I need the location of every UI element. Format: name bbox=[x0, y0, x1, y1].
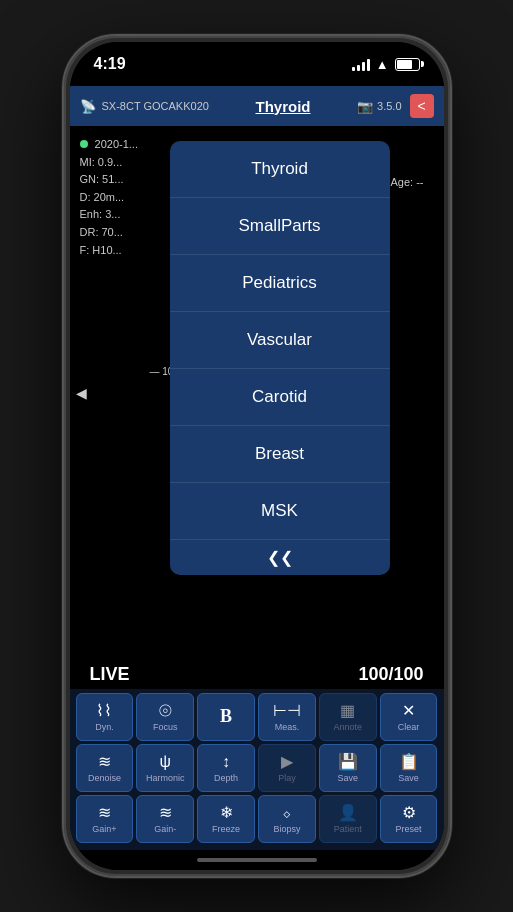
f-label: F: H10... bbox=[80, 242, 138, 260]
biopsy-button[interactable]: ⬦ Biopsy bbox=[258, 795, 316, 843]
play-icon: ▶ bbox=[281, 754, 293, 770]
annote-icon: ▦ bbox=[340, 703, 355, 719]
clear-icon: ✕ bbox=[402, 703, 415, 719]
denoise-icon: ≋ bbox=[98, 754, 111, 770]
gain-plus-label: Gain+ bbox=[92, 824, 116, 834]
meas-button[interactable]: ⊢⊣ Meas. bbox=[258, 693, 316, 741]
freeze-button[interactable]: ❄ Freeze bbox=[197, 795, 255, 843]
enh-label: Enh: 3... bbox=[80, 206, 138, 224]
depth-icon: ↕ bbox=[222, 754, 230, 770]
preset-button[interactable]: ⚙ Preset bbox=[380, 795, 438, 843]
dr-label: DR: 70... bbox=[80, 224, 138, 242]
dropdown-item-thyroid[interactable]: Thyroid bbox=[170, 141, 390, 198]
d-label: D: 20m... bbox=[80, 189, 138, 207]
preset-label: Preset bbox=[396, 824, 422, 834]
age-label: Age: -- bbox=[390, 176, 423, 188]
phone-frame: 4:19 ▲ 📡 SX-8CT GOCA bbox=[0, 0, 513, 912]
volume-down-button bbox=[62, 321, 65, 381]
mi-label: MI: 0.9... bbox=[80, 154, 138, 172]
annote-button[interactable]: ▦ Annote bbox=[319, 693, 377, 741]
denoise-label: Denoise bbox=[88, 773, 121, 783]
mode-label[interactable]: Thyroid bbox=[255, 98, 310, 115]
meas-icon: ⊢⊣ bbox=[273, 703, 301, 719]
phone-outer: 4:19 ▲ 📡 SX-8CT GOCA bbox=[62, 34, 452, 878]
b-mode-icon: B bbox=[220, 707, 232, 725]
gain-minus-icon: ≋ bbox=[159, 805, 172, 821]
freeze-label: Freeze bbox=[212, 824, 240, 834]
patient-label: Patient bbox=[334, 824, 362, 834]
dropdown-item-vascular[interactable]: Vascular bbox=[170, 312, 390, 369]
battery-icon bbox=[395, 58, 420, 71]
recording-indicator: 2020-1... bbox=[80, 136, 138, 154]
depth-button[interactable]: ↕ Depth bbox=[197, 744, 255, 792]
save1-label: Save bbox=[337, 773, 358, 783]
focus-button[interactable]: ⦾ Focus bbox=[136, 693, 194, 741]
patient-icon: 👤 bbox=[338, 805, 358, 821]
toolbar-row-1: ⌇⌇ Dyn. ⦾ Focus B ⊢⊣ Me bbox=[76, 693, 438, 741]
preset-icon: ⚙ bbox=[402, 805, 416, 821]
frames-label: 100/100 bbox=[358, 664, 423, 685]
gain-plus-icon: ≋ bbox=[98, 805, 111, 821]
biopsy-label: Biopsy bbox=[273, 824, 300, 834]
meas-label: Meas. bbox=[275, 722, 300, 732]
patient-button[interactable]: 👤 Patient bbox=[319, 795, 377, 843]
signal-bars-icon bbox=[352, 57, 370, 71]
dyn-label: Dyn. bbox=[95, 722, 114, 732]
home-indicator bbox=[70, 850, 444, 870]
gain-plus-button[interactable]: ≋ Gain+ bbox=[76, 795, 134, 843]
play-button[interactable]: ▶ Play bbox=[258, 744, 316, 792]
gain-minus-label: Gain- bbox=[154, 824, 176, 834]
notch bbox=[182, 42, 332, 70]
harmonic-button[interactable]: ψ Harmonic bbox=[136, 744, 194, 792]
focus-icon: ⦾ bbox=[159, 703, 172, 719]
dropdown-item-breast[interactable]: Breast bbox=[170, 426, 390, 483]
scanner-area: 2020-1... MI: 0.9... GN: 51... D: 20m...… bbox=[70, 126, 444, 659]
bottom-status: LIVE 100/100 bbox=[70, 659, 444, 689]
dropdown-more-icon[interactable]: ❮❮ bbox=[170, 540, 390, 575]
dyn-icon: ⌇⌇ bbox=[96, 703, 112, 719]
save1-icon: 💾 bbox=[338, 754, 358, 770]
probe-icon: 📡 bbox=[80, 99, 96, 114]
toolbar-row-3: ≋ Gain+ ≋ Gain- ❄ Freeze ⬦ bbox=[76, 795, 438, 843]
denoise-button[interactable]: ≋ Denoise bbox=[76, 744, 134, 792]
nav-right: 📷 3.5.0 < bbox=[357, 94, 433, 118]
status-time: 4:19 bbox=[94, 55, 126, 73]
dropdown-item-msk[interactable]: MSK bbox=[170, 483, 390, 540]
save2-icon: 📋 bbox=[399, 754, 419, 770]
wifi-icon: ▲ bbox=[376, 57, 389, 72]
dropdown-item-carotid[interactable]: Carotid bbox=[170, 369, 390, 426]
live-label: LIVE bbox=[90, 664, 130, 685]
gn-label: GN: 51... bbox=[80, 171, 138, 189]
phone-inner: 4:19 ▲ 📡 SX-8CT GOCA bbox=[70, 42, 444, 870]
b-mode-button[interactable]: B bbox=[197, 693, 255, 741]
harmonic-icon: ψ bbox=[160, 754, 171, 770]
save1-button[interactable]: 💾 Save bbox=[319, 744, 377, 792]
save2-label: Save bbox=[398, 773, 419, 783]
dropdown-menu: Thyroid SmallParts Pediatrics Vascular C bbox=[170, 141, 390, 575]
date-label: 2020-1... bbox=[95, 138, 138, 150]
freeze-icon: ❄ bbox=[220, 805, 233, 821]
version-icon: 📷 bbox=[357, 99, 373, 114]
silent-button bbox=[62, 196, 65, 231]
battery-fill bbox=[397, 60, 413, 69]
nav-version: 📷 3.5.0 bbox=[357, 99, 401, 114]
back-button[interactable]: < bbox=[410, 94, 434, 118]
save2-button[interactable]: 📋 Save bbox=[380, 744, 438, 792]
gain-minus-button[interactable]: ≋ Gain- bbox=[136, 795, 194, 843]
annote-label: Annote bbox=[333, 722, 362, 732]
dyn-button[interactable]: ⌇⌇ Dyn. bbox=[76, 693, 134, 741]
power-button bbox=[449, 236, 452, 296]
harmonic-label: Harmonic bbox=[146, 773, 185, 783]
probe-label: SX-8CT GOCAKK020 bbox=[102, 100, 209, 112]
dropdown-item-smallparts[interactable]: SmallParts bbox=[170, 198, 390, 255]
bottom-toolbar: ⌇⌇ Dyn. ⦾ Focus B ⊢⊣ Me bbox=[70, 689, 444, 850]
scroll-left-icon[interactable]: ◀ bbox=[76, 385, 87, 401]
play-label: Play bbox=[278, 773, 296, 783]
volume-up-button bbox=[62, 246, 65, 306]
toolbar-row-2: ≋ Denoise ψ Harmonic ↕ Depth ▶ bbox=[76, 744, 438, 792]
sidebar-info: 2020-1... MI: 0.9... GN: 51... D: 20m...… bbox=[80, 136, 138, 259]
dropdown-item-pediatrics[interactable]: Pediatrics bbox=[170, 255, 390, 312]
green-dot-icon bbox=[80, 140, 88, 148]
clear-button[interactable]: ✕ Clear bbox=[380, 693, 438, 741]
content-wrapper: 4:19 ▲ 📡 SX-8CT GOCA bbox=[70, 42, 444, 870]
